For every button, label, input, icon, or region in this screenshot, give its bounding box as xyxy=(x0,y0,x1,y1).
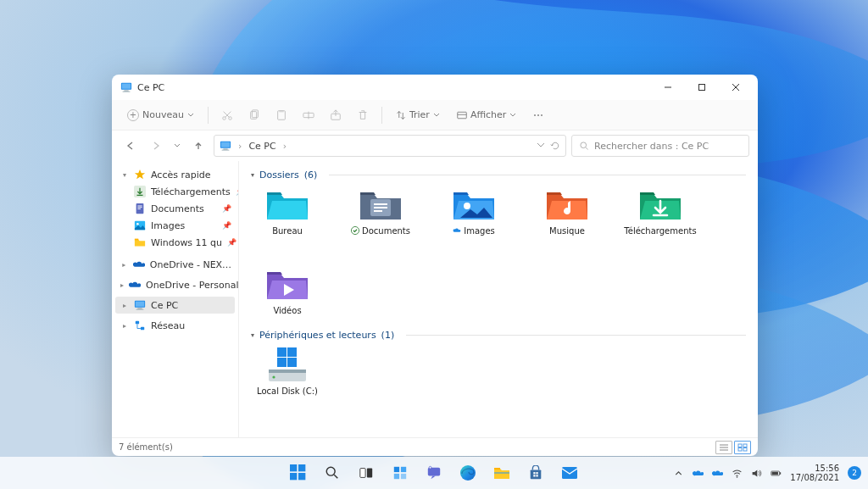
new-button[interactable]: + Nouveau xyxy=(120,103,201,127)
view-button[interactable]: Afficher xyxy=(450,103,523,127)
clock-date: 17/08/2021 xyxy=(790,473,839,482)
folder-images[interactable]: Images xyxy=(437,186,510,245)
sort-button[interactable]: Trier xyxy=(389,103,447,127)
svg-rect-70 xyxy=(367,469,372,478)
mail-button[interactable] xyxy=(555,458,584,487)
system-tray: 15:56 17/08/2021 2 xyxy=(673,464,861,482)
paste-button[interactable] xyxy=(270,103,293,127)
sidebar-item-label: Téléchargements xyxy=(151,186,231,197)
edge-button[interactable] xyxy=(453,458,482,487)
share-button[interactable] xyxy=(324,103,348,127)
svg-rect-18 xyxy=(458,112,467,119)
nav-back-button[interactable] xyxy=(120,136,141,156)
battery-icon[interactable] xyxy=(771,468,782,479)
tray-overflow-icon[interactable] xyxy=(673,468,684,479)
start-button[interactable] xyxy=(284,458,313,487)
group-folders-header[interactable]: ▾ Dossiers (6) xyxy=(251,169,746,181)
rule xyxy=(406,335,746,336)
cloud-badge-icon xyxy=(453,226,461,235)
svg-rect-83 xyxy=(533,475,535,476)
address-bar[interactable]: › Ce PC › xyxy=(214,135,566,157)
svg-rect-50 xyxy=(287,347,297,357)
volume-icon[interactable] xyxy=(751,468,762,479)
svg-rect-78 xyxy=(494,468,500,470)
widgets-button[interactable] xyxy=(386,458,415,487)
clock[interactable]: 15:56 17/08/2021 xyxy=(790,464,839,482)
pin-icon: 📌 xyxy=(222,204,231,213)
sidebar-quick-access[interactable]: ▾ Accès rapide xyxy=(115,166,235,183)
svg-line-28 xyxy=(586,147,587,149)
pin-icon: 📌 xyxy=(227,238,236,247)
group-drives-header[interactable]: ▾ Périphériques et lecteurs (1) xyxy=(251,330,746,341)
toolbar: + Nouveau Trier Afficher xyxy=(112,100,758,131)
close-button[interactable] xyxy=(719,75,753,99)
explorer-button[interactable] xyxy=(487,458,516,487)
onedrive-tray-icon[interactable] xyxy=(693,468,704,479)
svg-rect-32 xyxy=(137,207,142,208)
svg-point-76 xyxy=(429,466,431,469)
svg-point-35 xyxy=(136,223,139,225)
svg-rect-81 xyxy=(533,472,535,474)
nav-up-button[interactable] xyxy=(188,136,209,156)
sidebar-item-label: Windows 11 qu xyxy=(151,237,222,248)
onedrive-tray-icon[interactable] xyxy=(712,468,723,479)
sidebar-this-pc[interactable]: ▸ Ce PC xyxy=(115,297,235,314)
folder-music[interactable]: Musique xyxy=(531,186,604,245)
folder-downloads[interactable]: Téléchargements xyxy=(624,186,697,245)
desktop-folder-icon xyxy=(265,186,309,223)
sidebar-item-folder[interactable]: Windows 11 qu 📌 xyxy=(115,234,235,251)
sidebar-network[interactable]: ▸ Réseau xyxy=(115,317,235,334)
chat-button[interactable] xyxy=(420,458,448,487)
sidebar-onedrive-2[interactable]: ▸ OneDrive - Personal xyxy=(115,276,235,293)
svg-rect-73 xyxy=(394,474,399,479)
drive-local-c[interactable]: Local Disk (C:) xyxy=(251,346,324,405)
sort-icon xyxy=(396,110,406,120)
view-details-button[interactable] xyxy=(715,441,732,454)
chevron-down-icon xyxy=(187,112,194,119)
notification-badge[interactable]: 2 xyxy=(848,466,861,480)
sidebar-item-images[interactable]: Images 📌 xyxy=(115,217,235,234)
svg-point-86 xyxy=(737,476,738,478)
sidebar-item-downloads[interactable]: Téléchargements 📌 xyxy=(115,183,235,200)
svg-rect-69 xyxy=(360,469,365,478)
delete-button[interactable] xyxy=(351,103,375,127)
svg-rect-85 xyxy=(562,467,577,479)
folder-bureau[interactable]: Bureau xyxy=(251,186,324,245)
wifi-icon[interactable] xyxy=(732,468,743,479)
minimize-button[interactable] xyxy=(651,75,685,99)
rename-button[interactable] xyxy=(297,103,320,127)
more-button[interactable] xyxy=(526,103,550,127)
cut-button[interactable] xyxy=(215,103,239,127)
svg-rect-42 xyxy=(141,327,144,331)
nav-recent-button[interactable] xyxy=(171,136,183,156)
search-input[interactable]: Rechercher dans : Ce PC xyxy=(571,135,749,157)
documents-folder-icon xyxy=(359,186,403,223)
search-button[interactable] xyxy=(318,458,347,487)
view-tiles-button[interactable] xyxy=(734,441,751,454)
chevron-right-icon: ▸ xyxy=(120,302,129,309)
this-pc-icon xyxy=(134,299,146,311)
chevron-down-icon[interactable] xyxy=(537,141,545,149)
copy-button[interactable] xyxy=(242,103,266,127)
nav-forward-button[interactable] xyxy=(146,136,166,156)
svg-point-48 xyxy=(464,203,470,209)
drive-icon xyxy=(265,346,309,383)
refresh-icon[interactable] xyxy=(550,141,560,151)
sidebar: ▾ Accès rapide Téléchargements 📌 Documen… xyxy=(112,161,239,437)
breadcrumb[interactable]: Ce PC xyxy=(248,141,275,152)
this-pc-icon xyxy=(220,140,231,152)
sidebar-item-documents[interactable]: Documents 📌 xyxy=(115,200,235,217)
folder-videos[interactable]: Vidéos xyxy=(251,265,324,325)
cloud-icon xyxy=(133,258,145,270)
maximize-button[interactable] xyxy=(685,75,719,99)
folder-documents[interactable]: Documents xyxy=(344,186,417,245)
task-view-button[interactable] xyxy=(352,458,381,487)
svg-rect-49 xyxy=(277,347,287,357)
new-button-label: Nouveau xyxy=(142,109,184,120)
svg-rect-4 xyxy=(123,92,131,92)
store-button[interactable] xyxy=(521,458,550,487)
svg-rect-61 xyxy=(738,447,742,451)
sidebar-onedrive-1[interactable]: ▸ OneDrive - NEXTRAI xyxy=(115,256,235,273)
titlebar[interactable]: Ce PC xyxy=(112,75,758,100)
star-icon xyxy=(134,169,146,181)
